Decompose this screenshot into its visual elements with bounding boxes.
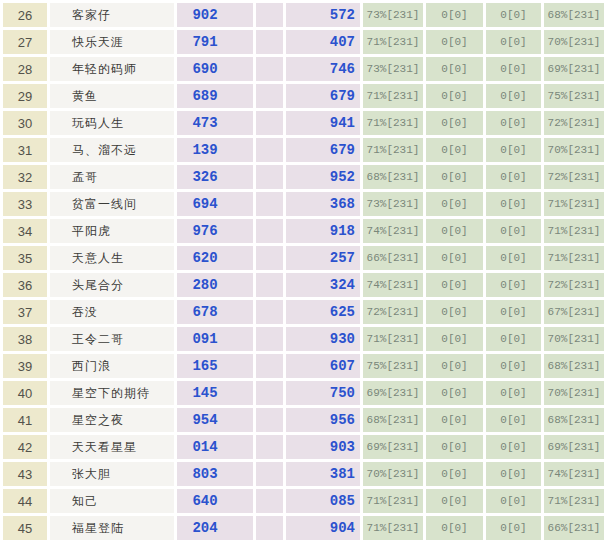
stat2-cell: 0[0] bbox=[426, 111, 483, 135]
name-cell: 天意人生 bbox=[50, 246, 174, 270]
value1-cell: 473 bbox=[177, 111, 253, 135]
stat2-cell: 0[0] bbox=[426, 354, 483, 378]
stat3-cell: 0[0] bbox=[486, 273, 541, 297]
table-row: 34平阳虎97691874%[231]0[0]0[0]71%[231] bbox=[3, 219, 604, 243]
table-row: 29黄鱼68967971%[231]0[0]0[0]75%[231] bbox=[3, 84, 604, 108]
stat2-cell: 0[0] bbox=[426, 57, 483, 81]
stat3-cell: 0[0] bbox=[486, 192, 541, 216]
stat4-cell: 72%[231] bbox=[544, 111, 604, 135]
value2-cell: 952 bbox=[286, 165, 360, 189]
value1-cell: 791 bbox=[177, 30, 253, 54]
value2-cell: 679 bbox=[286, 138, 360, 162]
stat1-cell: 71%[231] bbox=[363, 138, 423, 162]
name-cell: 黄鱼 bbox=[50, 84, 174, 108]
stat2-cell: 0[0] bbox=[426, 246, 483, 270]
stat1-cell: 74%[231] bbox=[363, 219, 423, 243]
name-cell: 头尾合分 bbox=[50, 273, 174, 297]
rank-cell: 38 bbox=[3, 327, 47, 351]
table-row: 43张大胆80338170%[231]0[0]0[0]74%[231] bbox=[3, 462, 604, 486]
stat4-cell: 72%[231] bbox=[544, 273, 604, 297]
stat3-cell: 0[0] bbox=[486, 3, 541, 27]
stat4-cell: 72%[231] bbox=[544, 165, 604, 189]
stat2-cell: 0[0] bbox=[426, 489, 483, 513]
stat3-cell: 0[0] bbox=[486, 408, 541, 432]
stat2-cell: 0[0] bbox=[426, 462, 483, 486]
stat1-cell: 71%[231] bbox=[363, 84, 423, 108]
spacer-cell bbox=[256, 462, 283, 486]
stat2-cell: 0[0] bbox=[426, 273, 483, 297]
name-cell: 天天看星星 bbox=[50, 435, 174, 459]
stat1-cell: 71%[231] bbox=[363, 30, 423, 54]
name-cell: 星空之夜 bbox=[50, 408, 174, 432]
stat3-cell: 0[0] bbox=[486, 462, 541, 486]
rank-cell: 32 bbox=[3, 165, 47, 189]
stat4-cell: 67%[231] bbox=[544, 300, 604, 324]
rank-cell: 35 bbox=[3, 246, 47, 270]
rank-cell: 31 bbox=[3, 138, 47, 162]
value1-cell: 139 bbox=[177, 138, 253, 162]
stat4-cell: 71%[231] bbox=[544, 192, 604, 216]
spacer-cell bbox=[256, 165, 283, 189]
stat3-cell: 0[0] bbox=[486, 516, 541, 540]
rank-cell: 28 bbox=[3, 57, 47, 81]
table-row: 39西门浪16560775%[231]0[0]0[0]68%[231] bbox=[3, 354, 604, 378]
name-cell: 福星登陆 bbox=[50, 516, 174, 540]
stat2-cell: 0[0] bbox=[426, 30, 483, 54]
spacer-cell bbox=[256, 138, 283, 162]
value2-cell: 572 bbox=[286, 3, 360, 27]
stat4-cell: 69%[231] bbox=[544, 57, 604, 81]
value2-cell: 903 bbox=[286, 435, 360, 459]
name-cell: 平阳虎 bbox=[50, 219, 174, 243]
name-cell: 年轻的码师 bbox=[50, 57, 174, 81]
spacer-cell bbox=[256, 57, 283, 81]
stat2-cell: 0[0] bbox=[426, 381, 483, 405]
table-row: 32孟哥32695268%[231]0[0]0[0]72%[231] bbox=[3, 165, 604, 189]
table-row: 30玩码人生47394171%[231]0[0]0[0]72%[231] bbox=[3, 111, 604, 135]
name-cell: 星空下的期待 bbox=[50, 381, 174, 405]
spacer-cell bbox=[256, 489, 283, 513]
spacer-cell bbox=[256, 300, 283, 324]
value2-cell: 368 bbox=[286, 192, 360, 216]
value1-cell: 165 bbox=[177, 354, 253, 378]
value2-cell: 904 bbox=[286, 516, 360, 540]
stat4-cell: 74%[231] bbox=[544, 462, 604, 486]
stat1-cell: 73%[231] bbox=[363, 57, 423, 81]
table-row: 26客家仔90257273%[231]0[0]0[0]68%[231] bbox=[3, 3, 604, 27]
stat1-cell: 69%[231] bbox=[363, 381, 423, 405]
table-row: 41星空之夜95495668%[231]0[0]0[0]68%[231] bbox=[3, 408, 604, 432]
stat2-cell: 0[0] bbox=[426, 84, 483, 108]
stat1-cell: 71%[231] bbox=[363, 327, 423, 351]
value1-cell: 694 bbox=[177, 192, 253, 216]
stat3-cell: 0[0] bbox=[486, 111, 541, 135]
value2-cell: 607 bbox=[286, 354, 360, 378]
spacer-cell bbox=[256, 219, 283, 243]
stat1-cell: 74%[231] bbox=[363, 273, 423, 297]
stats-table: 26客家仔90257273%[231]0[0]0[0]68%[231]27快乐天… bbox=[0, 0, 607, 543]
stat2-cell: 0[0] bbox=[426, 408, 483, 432]
rank-cell: 44 bbox=[3, 489, 47, 513]
stat4-cell: 68%[231] bbox=[544, 408, 604, 432]
value2-cell: 381 bbox=[286, 462, 360, 486]
name-cell: 快乐天涯 bbox=[50, 30, 174, 54]
stat1-cell: 70%[231] bbox=[363, 462, 423, 486]
stat2-cell: 0[0] bbox=[426, 219, 483, 243]
name-cell: 玩码人生 bbox=[50, 111, 174, 135]
stat3-cell: 0[0] bbox=[486, 30, 541, 54]
value1-cell: 204 bbox=[177, 516, 253, 540]
stat4-cell: 70%[231] bbox=[544, 30, 604, 54]
stat3-cell: 0[0] bbox=[486, 165, 541, 189]
stat4-cell: 71%[231] bbox=[544, 246, 604, 270]
spacer-cell bbox=[256, 192, 283, 216]
stat3-cell: 0[0] bbox=[486, 138, 541, 162]
stat4-cell: 68%[231] bbox=[544, 354, 604, 378]
spacer-cell bbox=[256, 111, 283, 135]
rank-cell: 41 bbox=[3, 408, 47, 432]
stat3-cell: 0[0] bbox=[486, 84, 541, 108]
rank-cell: 26 bbox=[3, 3, 47, 27]
rank-cell: 39 bbox=[3, 354, 47, 378]
stat3-cell: 0[0] bbox=[486, 489, 541, 513]
spacer-cell bbox=[256, 327, 283, 351]
name-cell: 贫富一线间 bbox=[50, 192, 174, 216]
value1-cell: 145 bbox=[177, 381, 253, 405]
stat1-cell: 66%[231] bbox=[363, 246, 423, 270]
